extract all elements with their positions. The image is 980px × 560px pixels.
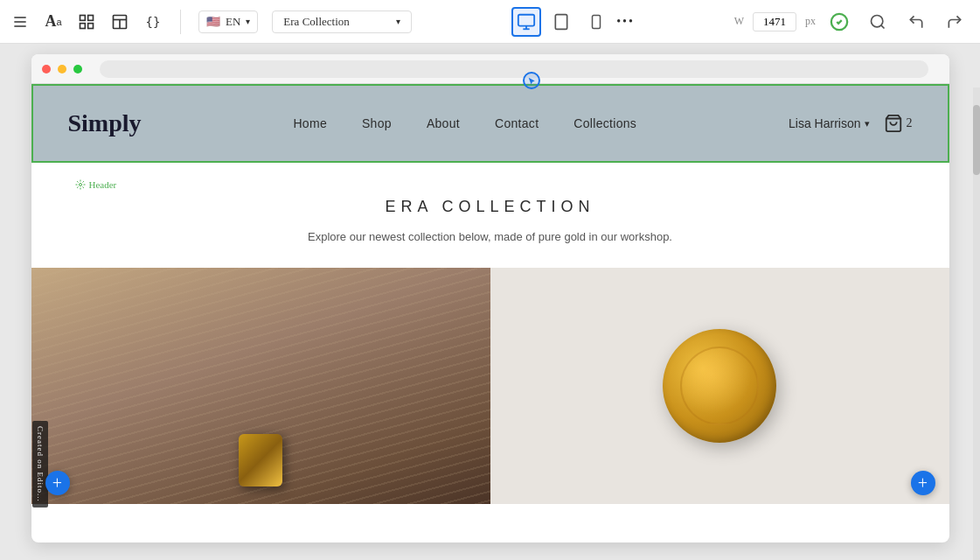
svg-point-15	[872, 15, 883, 26]
hero-title: ERA COLLECTION	[49, 198, 932, 216]
site-logo: Simply	[68, 109, 142, 137]
code-tool-icon[interactable]: {}	[143, 12, 163, 32]
cart-count: 2	[907, 116, 913, 130]
check-action-button[interactable]	[824, 7, 854, 37]
zoom-button[interactable]	[863, 7, 893, 37]
earring-scene	[31, 268, 490, 504]
coin-relief	[680, 346, 759, 425]
svg-rect-3	[88, 23, 94, 28]
earring-shape	[239, 434, 282, 486]
toolbar-right: W 1471 px	[734, 7, 970, 37]
website-content: Header Simply Home Shop About Contact Co…	[31, 84, 949, 542]
browser-url-bar	[100, 60, 928, 78]
lang-chevron-icon: ▾	[246, 17, 250, 26]
add-section-left-button[interactable]: +	[45, 471, 70, 495]
language-selector[interactable]: 🇺🇸 EN ▾	[198, 10, 258, 33]
width-unit: px	[805, 15, 816, 28]
browser-dot-green	[73, 65, 82, 74]
nav-collections[interactable]: Collections	[573, 116, 636, 130]
product-card-left[interactable]	[31, 268, 490, 504]
redo-button[interactable]	[940, 7, 970, 37]
site-header: Simply Home Shop About Contact Collectio…	[31, 84, 949, 163]
coin-shape	[663, 329, 776, 443]
site-header-wrapper: Header Simply Home Shop About Contact Co…	[31, 84, 949, 163]
svg-point-17	[79, 184, 81, 186]
width-value: 1471	[753, 12, 796, 32]
browser-dot-yellow	[58, 65, 66, 74]
product-card-right[interactable]	[490, 268, 949, 504]
width-label: W	[734, 15, 744, 28]
font-tool-icon[interactable]: Aa	[44, 12, 63, 32]
svg-rect-2	[80, 23, 86, 28]
scrollbar[interactable]	[973, 88, 980, 560]
cart-button[interactable]: 2	[884, 114, 913, 133]
product-grid: + +	[31, 268, 949, 504]
toolbar-left: Aa {} 🇺🇸 EN ▾ Era Collection ▾	[10, 10, 412, 34]
add-section-right-button[interactable]: +	[911, 471, 935, 495]
more-options-icon[interactable]: •••	[616, 12, 636, 32]
flag-icon: 🇺🇸	[206, 15, 220, 29]
nav-home[interactable]: Home	[293, 116, 327, 130]
device-switcher: •••	[419, 7, 726, 37]
watermark-badge: Created on Edito...	[32, 421, 48, 508]
browser-frame: Header Simply Home Shop About Contact Co…	[31, 54, 949, 542]
grid-tool-icon[interactable]	[77, 12, 96, 32]
user-menu[interactable]: Lisa Harrison ▾	[789, 116, 869, 130]
user-chevron-icon: ▾	[865, 118, 870, 130]
header-right: Lisa Harrison ▾ 2	[789, 114, 912, 133]
nav-contact[interactable]: Contact	[495, 116, 539, 130]
canvas-area: Header Simply Home Shop About Contact Co…	[0, 44, 980, 560]
user-name: Lisa Harrison	[789, 116, 860, 130]
page-chevron-icon: ▾	[396, 17, 400, 26]
nav-about[interactable]: About	[427, 116, 460, 130]
tablet-view-button[interactable]	[546, 7, 576, 37]
svg-rect-1	[88, 15, 94, 20]
nav-shop[interactable]: Shop	[362, 116, 392, 130]
header-label-text: Header	[89, 179, 117, 190]
page-name: Era Collection	[283, 15, 349, 29]
site-navigation: Home Shop About Contact Collections	[142, 116, 789, 130]
svg-rect-7	[518, 14, 533, 25]
toolbar-divider-1	[180, 10, 181, 34]
hero-subtitle: Explore our newest collection below, mad…	[49, 228, 932, 247]
text-tool-icon[interactable]	[10, 12, 30, 32]
svg-rect-10	[555, 14, 566, 29]
language-code: EN	[226, 15, 240, 29]
mobile-view-button[interactable]	[581, 7, 611, 37]
scrollbar-thumb[interactable]	[973, 105, 980, 175]
browser-dot-red	[42, 65, 51, 74]
layout-tool-icon[interactable]	[110, 12, 129, 32]
main-toolbar: Aa {} 🇺🇸 EN ▾ Era Collection ▾	[0, 0, 980, 44]
svg-rect-12	[592, 15, 600, 28]
undo-button[interactable]	[901, 7, 931, 37]
hero-section: ERA COLLECTION Explore our newest collec…	[31, 163, 949, 268]
header-section-label: Header	[75, 179, 117, 190]
svg-rect-0	[80, 15, 86, 20]
browser-chrome	[31, 54, 949, 84]
desktop-view-button[interactable]	[511, 7, 541, 37]
coin-scene	[490, 268, 949, 504]
page-selector[interactable]: Era Collection ▾	[272, 10, 412, 33]
svg-line-16	[881, 24, 885, 28]
